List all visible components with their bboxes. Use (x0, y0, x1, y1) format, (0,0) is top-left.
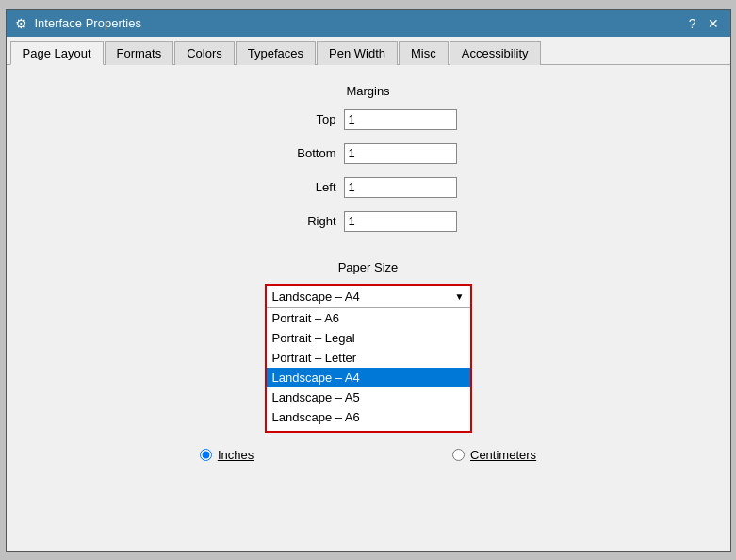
titlebar: ⚙ Interface Properties ? ✕ (7, 10, 730, 37)
left-margin-input[interactable] (344, 177, 457, 198)
centimeters-radio-label[interactable]: Centimeters (452, 448, 536, 462)
main-window: ⚙ Interface Properties ? ✕ Page Layout F… (6, 9, 731, 552)
bottom-margin-group: Bottom (44, 143, 693, 164)
margins-section: Margins Top Bottom Left Right (44, 84, 693, 232)
tab-accessibility[interactable]: Accessibility (450, 41, 541, 65)
tab-colors[interactable]: Colors (174, 41, 235, 65)
right-margin-input[interactable] (344, 211, 457, 232)
list-item-selected[interactable]: Landscape – A4 (267, 368, 470, 387)
list-item[interactable]: Landscape – Legal (267, 427, 470, 431)
dropdown-arrow-icon: ▼ (455, 291, 465, 302)
app-icon: ⚙ (14, 16, 29, 31)
bottom-margin-label: Bottom (280, 146, 336, 160)
inches-label: Inches (218, 448, 254, 462)
tab-page-layout[interactable]: Page Layout (10, 41, 104, 65)
top-margin-group: Top (44, 109, 693, 130)
bottom-margin-input[interactable] (344, 143, 457, 164)
tab-typefaces[interactable]: Typefaces (236, 41, 316, 65)
help-button[interactable]: ? (685, 17, 700, 30)
inches-radio-label[interactable]: Inches (200, 448, 254, 462)
tab-bar: Page Layout Formats Colors Typefaces Pen… (7, 37, 730, 65)
left-margin-label: Left (280, 180, 336, 194)
tab-formats[interactable]: Formats (105, 41, 174, 65)
tab-pen-width[interactable]: Pen Width (317, 41, 398, 65)
titlebar-buttons: ? ✕ (685, 17, 723, 30)
list-item[interactable]: Portrait – A6 (267, 308, 470, 328)
list-item[interactable]: Portrait – Letter (267, 348, 470, 368)
close-button[interactable]: ✕ (704, 17, 723, 30)
inches-radio[interactable] (200, 449, 212, 461)
dropdown-container: Landscape – A4 ▼ Portrait – A6 Portrait … (44, 284, 693, 433)
right-margin-group: Right (44, 211, 693, 232)
window-title: Interface Properties (35, 16, 141, 30)
centimeters-label: Centimeters (470, 448, 536, 462)
paper-size-title: Paper Size (44, 260, 693, 274)
top-margin-label: Top (280, 112, 336, 126)
dropdown-selected-value[interactable]: Landscape – A4 ▼ (267, 286, 470, 308)
units-row: Inches Centimeters (44, 448, 693, 462)
dropdown-list: Portrait – A6 Portrait – Legal Portrait … (267, 308, 470, 431)
right-margin-label: Right (280, 214, 336, 228)
paper-size-section: Paper Size Landscape – A4 ▼ Portrait – A… (44, 260, 693, 462)
centimeters-radio[interactable] (452, 449, 465, 461)
top-margin-input[interactable] (344, 109, 457, 130)
list-item[interactable]: Landscape – A5 (267, 387, 470, 407)
selected-text: Landscape – A4 (272, 289, 360, 304)
content-area: Margins Top Bottom Left Right Paper Size (7, 65, 730, 551)
paper-size-dropdown[interactable]: Landscape – A4 ▼ Portrait – A6 Portrait … (265, 284, 472, 433)
tab-misc[interactable]: Misc (399, 41, 449, 65)
left-margin-group: Left (44, 177, 693, 198)
margins-title: Margins (44, 84, 693, 98)
list-item[interactable]: Portrait – Legal (267, 328, 470, 348)
list-item[interactable]: Landscape – A6 (267, 407, 470, 427)
